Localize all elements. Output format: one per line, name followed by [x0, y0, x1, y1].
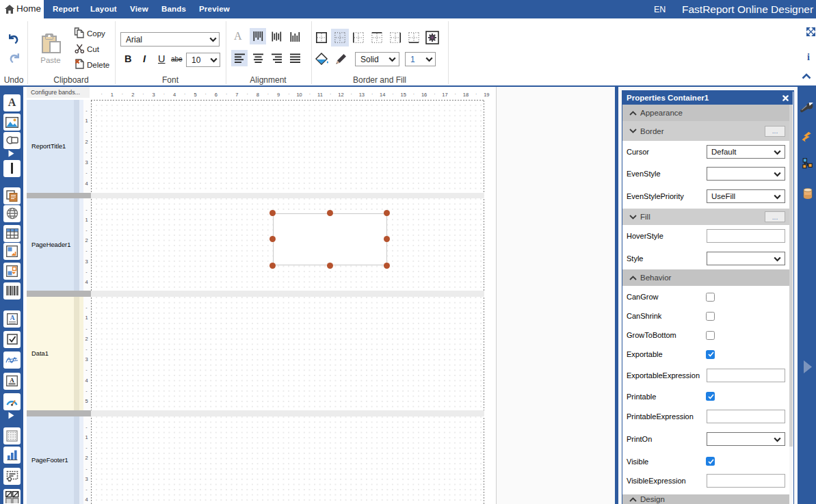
svg-text:A: A	[10, 377, 14, 384]
svg-text:A: A	[10, 314, 15, 321]
